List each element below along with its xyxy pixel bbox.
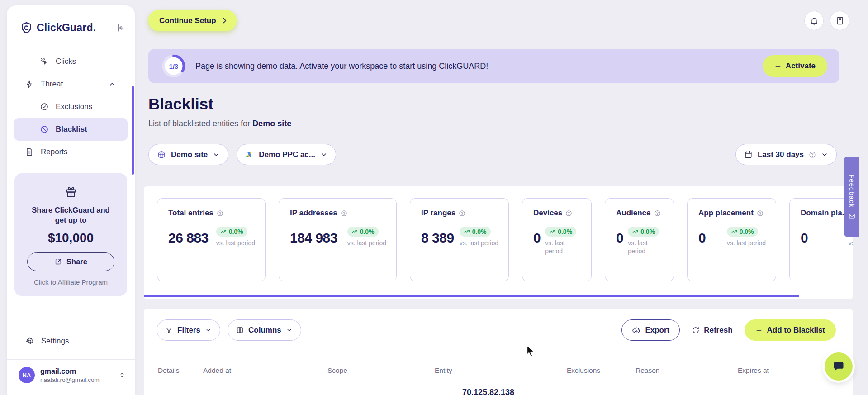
- stat-change: 0.0%: [640, 228, 655, 235]
- activate-label: Activate: [786, 62, 816, 71]
- feedback-label: Feedback: [848, 174, 856, 208]
- refresh-label: Refresh: [704, 326, 732, 335]
- site-selector[interactable]: Demo site: [148, 144, 228, 165]
- column-header-exclusions[interactable]: Exclusions: [567, 366, 600, 375]
- sidebar-item-exclusions[interactable]: Exclusions: [7, 95, 135, 118]
- stat-card-ip-ranges: IP ranges 8 389 0.0% vs. last period: [410, 198, 509, 281]
- share-button-label: Share: [66, 257, 87, 266]
- chat-widget-button[interactable]: [825, 352, 853, 381]
- exclusions-shield-check-icon: [40, 102, 49, 111]
- promo-amount: $10,000: [22, 231, 120, 245]
- docs-button[interactable]: [830, 11, 849, 30]
- user-name: gmail.com: [40, 367, 100, 376]
- stat-label: IP ranges: [421, 209, 455, 218]
- sidebar-item-label: Exclusions: [56, 102, 92, 111]
- column-header-scope[interactable]: Scope: [327, 366, 347, 375]
- promo-text-line1: Share ClickGuard and: [22, 205, 120, 215]
- stat-value: 0: [616, 230, 623, 245]
- sidebar-scrollbar-thumb[interactable]: [132, 86, 134, 175]
- stat-card-devices: Devices 0 0.0% vs. last period: [522, 198, 592, 281]
- horizontal-scrollbar-thumb[interactable]: [144, 295, 799, 297]
- calendar-icon: [744, 150, 753, 159]
- sidebar-item-threat[interactable]: Threat: [7, 73, 135, 95]
- share-external-link-icon: [54, 258, 62, 266]
- column-header-details[interactable]: Details: [158, 366, 179, 375]
- date-range-value: Last 30 days: [758, 150, 804, 159]
- stat-vs-label: vs. last period: [727, 239, 766, 247]
- user-email: naatali.ro@gmail.com: [40, 376, 100, 383]
- sidebar-item-label: Reports: [41, 148, 68, 157]
- feedback-tab[interactable]: Feedback: [844, 157, 859, 237]
- column-header-entity[interactable]: Entity: [435, 366, 452, 375]
- trend-up-icon: [731, 228, 737, 235]
- chevron-down-icon: [205, 327, 212, 333]
- info-icon[interactable]: [341, 210, 347, 217]
- export-button[interactable]: Export: [621, 319, 680, 341]
- sidebar-item-clicks[interactable]: Clicks: [7, 50, 135, 73]
- demo-data-banner: 1/3 Page is showing demo data. Activate …: [148, 49, 839, 83]
- stat-card-ip-addresses: IP addresses 184 983 0.0% vs. last perio…: [279, 198, 397, 281]
- info-icon[interactable]: [565, 210, 572, 217]
- info-icon[interactable]: [459, 210, 465, 217]
- filters-button[interactable]: Filters: [157, 319, 220, 341]
- notifications-button[interactable]: [804, 11, 824, 30]
- trend-up-icon: [464, 228, 470, 235]
- sidebar-item-label: Threat: [41, 80, 63, 89]
- column-header-expires-at[interactable]: Expires at: [738, 366, 769, 375]
- columns-button[interactable]: Columns: [228, 319, 301, 341]
- clickguard-logo: ClickGuard.: [20, 22, 96, 34]
- stat-vs-label: vs. last period: [460, 239, 498, 247]
- stat-value: 184 983: [290, 230, 337, 245]
- affiliate-promo-card: Share ClickGuard and get up to $10,000 S…: [14, 173, 127, 296]
- progress-ring-icon: 1/3: [161, 53, 186, 79]
- sidebar-item-blacklist[interactable]: Blacklist: [14, 118, 128, 141]
- activate-button[interactable]: Activate: [763, 55, 827, 77]
- avatar: NA: [19, 367, 35, 383]
- blacklist-block-icon: [40, 125, 49, 134]
- chevron-down-icon: [286, 327, 293, 333]
- date-range-selector[interactable]: Last 30 days: [735, 144, 837, 165]
- stat-value: 0: [533, 230, 541, 245]
- info-icon[interactable]: [757, 210, 764, 217]
- user-account-switcher[interactable]: NA gmail.com naatali.ro@gmail.com: [7, 360, 135, 395]
- chevron-right-icon: [221, 17, 228, 24]
- add-to-blacklist-button[interactable]: Add to Blacklist: [745, 319, 836, 341]
- stat-change: 0.0%: [229, 228, 243, 235]
- clickguard-shield-logo-icon: [20, 22, 33, 34]
- subtitle-text: List of blacklisted entities for: [148, 119, 250, 128]
- refresh-button[interactable]: Refresh: [687, 319, 737, 341]
- share-button[interactable]: Share: [27, 252, 114, 271]
- filter-row: Demo site Demo PPC ac... Last 30 days: [148, 144, 837, 165]
- chevron-up-icon[interactable]: [109, 81, 116, 88]
- stat-change: 0.0%: [558, 228, 572, 235]
- subtitle-site-name: Demo site: [252, 119, 291, 128]
- stat-card-domain-placement: Domain pla... 0 0.0% vs. last period: [789, 198, 853, 281]
- stat-value: 26 883: [168, 230, 209, 245]
- affiliate-program-link[interactable]: Click to Affiliate Program: [22, 278, 120, 286]
- clicks-cursor-icon: [40, 57, 49, 66]
- info-icon[interactable]: [654, 210, 661, 217]
- column-header-added-at[interactable]: Added at: [203, 366, 231, 375]
- stat-label: Domain pla...: [801, 209, 849, 218]
- sidebar-item-settings[interactable]: Settings: [7, 330, 135, 352]
- settings-gear-icon: [25, 337, 34, 346]
- continue-setup-button[interactable]: Continue Setup: [148, 10, 237, 31]
- sidebar-header: ClickGuard.: [7, 5, 135, 34]
- stat-label: Audience: [616, 209, 651, 218]
- sidebar-bottom: Settings NA gmail.com naatali.ro@gmail.c…: [7, 330, 135, 395]
- column-header-reason[interactable]: Reason: [636, 366, 659, 375]
- info-icon[interactable]: [217, 210, 223, 217]
- ppc-account-selector[interactable]: Demo PPC ac...: [237, 144, 336, 165]
- collapse-sidebar-icon[interactable]: [115, 23, 125, 33]
- row-entity-value: 70.125.82.138: [462, 388, 514, 395]
- stat-vs-label: vs. last period: [545, 239, 581, 255]
- sidebar-item-reports[interactable]: Reports: [7, 141, 135, 163]
- google-ads-icon: [245, 150, 254, 159]
- progress-label: 1/3: [169, 63, 178, 70]
- stats-panel: Total entries 26 883 0.0% vs. last perio…: [144, 186, 853, 299]
- stat-value: 8 389: [421, 230, 454, 245]
- sidebar-nav: Clicks Threat Exclusions Blacklist: [7, 50, 135, 163]
- continue-setup-label: Continue Setup: [159, 16, 216, 25]
- export-cloud-icon: [632, 326, 640, 334]
- stat-vs-label: vs. last period: [347, 239, 386, 247]
